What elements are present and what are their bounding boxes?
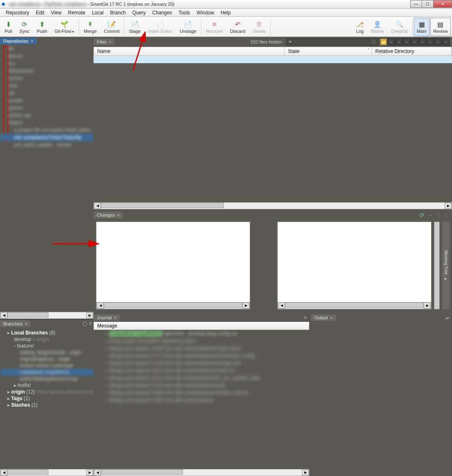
branches-tree[interactable]: ▸ Local Branches (8) develop = origin ▫ … (0, 328, 94, 469)
files-tab[interactable]: Files× (94, 39, 114, 45)
review-label: Review (433, 29, 448, 34)
menu-help[interactable]: Help (217, 9, 234, 16)
menu-changes[interactable]: Changes (149, 9, 175, 16)
menu-view[interactable]: View (48, 9, 65, 16)
clear-icon[interactable]: ⓧ (372, 39, 376, 45)
col-state[interactable]: State (285, 47, 372, 55)
close-icon[interactable]: × (114, 316, 116, 320)
menu-edit[interactable]: Edit (32, 9, 48, 16)
swap-icon[interactable]: ↔ (427, 212, 434, 218)
filter-e-icon[interactable]: ▫ (419, 38, 426, 46)
files-table-body[interactable] (94, 56, 452, 202)
minimize-button[interactable]: — (410, 0, 422, 8)
pull-button[interactable]: ⬇Pull (1, 18, 16, 36)
remove-button[interactable]: ✖Remove (202, 18, 226, 36)
journal-horizontal-scrollbar[interactable]: ◀▶ (94, 469, 309, 476)
journal-message-header[interactable]: Message (94, 322, 309, 330)
close-icon[interactable]: × (31, 39, 33, 43)
prev-change-icon[interactable]: ↑ (435, 212, 442, 218)
github-icon[interactable]: ⎔ (82, 320, 87, 327)
main-label: Main (417, 29, 427, 34)
menu-window[interactable]: Window (193, 9, 217, 16)
main-button[interactable]: ▦Main (414, 18, 429, 36)
repos-horizontal-scrollbar[interactable]: ◀▶ (0, 312, 94, 319)
filter-c-icon[interactable]: ▫ (403, 38, 411, 46)
diff-left-pane[interactable]: ◀▶ (96, 222, 250, 309)
close-icon[interactable]: × (25, 322, 27, 326)
stop-icon[interactable]: ▰ (445, 314, 452, 321)
filter-h-icon[interactable]: ▫ (442, 38, 450, 46)
output-tab[interactable]: Output× (311, 314, 336, 321)
filter-b-icon[interactable]: ▫ (395, 38, 403, 46)
branches-horizontal-scrollbar[interactable]: ◀▶ (0, 469, 94, 476)
pull-icon: ⬇ (6, 20, 11, 29)
push-label: Push (37, 29, 47, 34)
filter-f-icon[interactable]: ▫ (427, 38, 434, 46)
diff-right-pane[interactable]: ◀▶ (277, 222, 431, 309)
filter-g-icon[interactable]: ▫ (434, 38, 442, 46)
journal-list[interactable]: ○ makadiesh empi9h619 bgemmin - develop … (94, 330, 309, 469)
indexeditor-icon: 📄 (156, 20, 164, 29)
filter-a-icon[interactable]: ▫ (388, 38, 395, 46)
close-icon[interactable]: × (109, 40, 111, 44)
deepgit-icon: 🔍 (395, 20, 404, 29)
output-body (311, 322, 452, 476)
commit-icon: 📝 (107, 20, 116, 29)
remove-icon: ✖ (212, 20, 217, 29)
menu-icon[interactable]: ≡ (304, 315, 309, 320)
blame-label: Blame (371, 29, 384, 34)
close-button[interactable]: ✕ (433, 0, 452, 8)
commit-label: Commit (104, 29, 120, 34)
menu-local[interactable]: Local (89, 9, 107, 16)
deepgit-button[interactable]: 🔍DeepGit (388, 18, 411, 36)
gitflow-icon: 🌱 (60, 20, 68, 29)
log-icon: ⎇ (356, 20, 363, 29)
folder-icon[interactable]: 📁 (380, 38, 387, 46)
menu-repository[interactable]: Repository (2, 9, 32, 16)
unstage-button[interactable]: 📄Unstage (176, 18, 200, 36)
menu-remote[interactable]: Remote (65, 9, 89, 16)
changes-tab[interactable]: Changes× (94, 212, 123, 218)
app-icon: ◆ (2, 1, 7, 7)
discard-button[interactable]: ↶Discard (226, 18, 249, 36)
gitflow-label: Git-Flow ▾ (55, 29, 74, 34)
diff-vertical-scrollbar[interactable] (434, 222, 440, 309)
close-icon[interactable]: × (330, 316, 333, 320)
maximize-button[interactable]: ☐ (422, 0, 434, 8)
files-search-input[interactable]: ⚑ ⓧ (286, 38, 378, 46)
stage-button[interactable]: 📄Stage (125, 18, 144, 36)
stage-label: Stage (129, 29, 141, 34)
unstage-icon: 📄 (184, 20, 192, 29)
delete-button[interactable]: 🗑Delete (249, 18, 269, 36)
col-name[interactable]: Name (94, 47, 285, 55)
delete-label: Delete (253, 29, 266, 34)
repositories-tab[interactable]: Repositories× (0, 38, 37, 44)
sync-button[interactable]: ⟳Sync (16, 18, 33, 36)
push-icon: ⬆ (39, 20, 45, 29)
blame-button[interactable]: 👤Blame (368, 18, 388, 36)
files-table-header[interactable]: Name State Relative Directory (94, 47, 452, 56)
log-label: Log (356, 29, 363, 34)
gitflow-button[interactable]: 🌱Git-Flow ▾ (51, 18, 78, 36)
indexeditor-button[interactable]: 📄Index Editor (144, 18, 176, 36)
menu-query[interactable]: Query (129, 9, 149, 16)
filter-d-icon[interactable]: ▫ (411, 38, 418, 46)
menu-icon[interactable]: ≡ (89, 320, 92, 327)
journal-tab[interactable]: Journal× (94, 314, 120, 321)
refresh-icon[interactable]: ⟳ (418, 212, 426, 218)
col-relative-directory[interactable]: Relative Directory (372, 47, 452, 55)
files-horizontal-scrollbar[interactable]: ◀▶ (94, 202, 452, 209)
working-tree-tab[interactable]: Working Tree ▸ (442, 222, 450, 309)
menu-branch[interactable]: Branch (107, 9, 129, 16)
title-bar: ◆ risk compliance - [?ig?]risk complianc… (0, 0, 452, 9)
merge-button[interactable]: ↟Merge (80, 18, 100, 36)
menu-tools[interactable]: Tools (175, 9, 193, 16)
log-button[interactable]: ⎇Log (352, 18, 367, 36)
branches-tab[interactable]: Branches× (0, 320, 30, 327)
next-change-icon[interactable]: ↓ (443, 212, 450, 218)
close-icon[interactable]: × (117, 213, 120, 217)
review-button[interactable]: ▤Review (430, 18, 451, 36)
repositories-list[interactable]: Bit Bitcoin foo Whatishash hoshal hole l… (0, 45, 94, 312)
push-button[interactable]: ⬆Push (33, 18, 51, 36)
commit-button[interactable]: 📝Commit (100, 18, 123, 36)
